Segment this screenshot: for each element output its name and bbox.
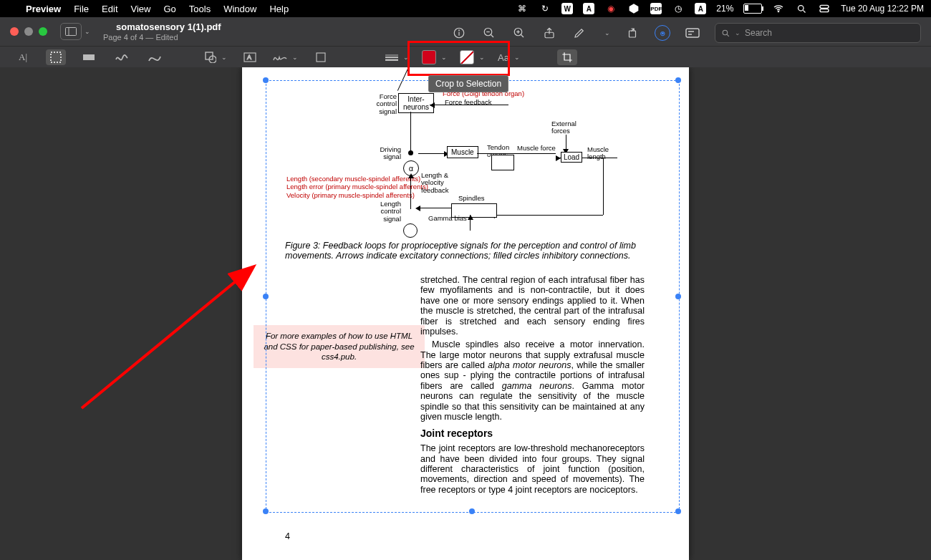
menu-window[interactable]: Window: [223, 4, 256, 14]
box-tendon: [491, 155, 514, 170]
svg-rect-2: [820, 5, 829, 8]
search-placeholder: Search: [745, 28, 772, 38]
handle-bm[interactable]: [469, 508, 475, 514]
label-len-control: Lengthcontrolsignal: [370, 201, 401, 223]
font-label: Aa: [498, 52, 509, 63]
zoom-button[interactable]: [39, 27, 47, 36]
svg-point-0: [778, 11, 779, 11]
paragraph-1: stretched. The central region of each in…: [420, 275, 645, 337]
shapes-tool[interactable]: ⌄: [205, 52, 227, 63]
label-driving: Drivingsignal: [370, 146, 401, 161]
form-icon[interactable]: [685, 25, 700, 41]
svg-rect-3: [820, 9, 829, 12]
macos-menubar: Preview File Edit View Go Tools Window H…: [0, 0, 931, 17]
menu-view[interactable]: View: [131, 4, 151, 14]
note-tool[interactable]: [311, 49, 331, 65]
handle-tl[interactable]: [263, 77, 269, 83]
handle-ml[interactable]: [263, 294, 269, 299]
svg-rect-15: [629, 31, 636, 37]
annotation-arrow: [77, 261, 264, 418]
document-area: Forcecontrolsignal Inter-neurons Force (…: [0, 67, 931, 560]
battery-pct[interactable]: 21%: [716, 4, 733, 14]
share-icon[interactable]: [541, 25, 557, 41]
sign-tool[interactable]: ⌄: [273, 53, 298, 62]
label-muscle-force: Muscle force: [517, 145, 556, 152]
menubar-clock[interactable]: Tue 20 Aug 12:22 PM: [841, 4, 924, 14]
close-button[interactable]: [10, 27, 19, 36]
menu-go[interactable]: Go: [163, 4, 175, 14]
rect-select-tool[interactable]: [46, 49, 66, 65]
document-title: somatosensory 1(1).pdf: [116, 21, 221, 32]
sidebar-toggle[interactable]: [60, 23, 82, 40]
textbox-tool[interactable]: A: [240, 49, 260, 65]
handle-mr[interactable]: [675, 294, 681, 299]
crop-tool[interactable]: [557, 49, 577, 65]
fill-color-tool[interactable]: ⌄: [460, 50, 485, 64]
zoom-out-icon[interactable]: [481, 25, 497, 41]
sidebar-chevron-icon[interactable]: ⌄: [85, 28, 90, 35]
app-badge-w[interactable]: W: [561, 3, 573, 14]
svg-rect-19: [83, 54, 95, 60]
label-external: Externalforces: [551, 120, 577, 135]
redact-tool[interactable]: [79, 49, 99, 65]
app-badge-a2[interactable]: A: [695, 3, 706, 14]
label-aff2: Length error (primary muscle-spindel aff…: [286, 183, 401, 190]
stroke-color-tool[interactable]: ⌄: [422, 50, 447, 64]
record-icon[interactable]: ◉: [604, 2, 617, 15]
svg-rect-18: [51, 52, 61, 62]
app-name[interactable]: Preview: [26, 4, 61, 14]
text-select-tool[interactable]: A|: [13, 49, 33, 65]
rotate-icon[interactable]: [624, 25, 640, 41]
timemachine-icon[interactable]: ◷: [672, 2, 685, 15]
handle-br[interactable]: [675, 508, 681, 514]
accessibility-icon[interactable]: ⍟: [655, 25, 670, 41]
label-aff1: Length (secondary muscle-spindel afferen…: [286, 175, 401, 183]
box-muscle: Muscle: [447, 146, 478, 158]
svg-point-17: [723, 30, 728, 35]
sync-icon[interactable]: ↻: [539, 2, 551, 15]
figure-caption: Figure 3: Feedback loops for propriocept…: [285, 241, 657, 261]
handle-bl[interactable]: [263, 508, 269, 514]
svg-point-8: [459, 30, 460, 31]
window-controls[interactable]: [10, 27, 47, 36]
svg-rect-4: [66, 28, 77, 36]
body-text: stretched. The central region of each in…: [420, 275, 645, 498]
handle-tr[interactable]: [675, 77, 681, 83]
menu-edit[interactable]: Edit: [102, 4, 117, 14]
label-spindles: Spindles: [458, 195, 484, 202]
minimize-button[interactable]: [24, 27, 33, 36]
markup-chevron-icon[interactable]: ⌄: [604, 29, 610, 37]
diagram-figure: Forcecontrolsignal Inter-neurons Force (…: [278, 74, 672, 239]
pdf-badge[interactable]: PDF: [650, 3, 662, 14]
menu-file[interactable]: File: [74, 4, 89, 14]
menu-help[interactable]: Help: [269, 4, 289, 14]
svg-rect-24: [317, 53, 325, 62]
border-style-tool[interactable]: ⌄: [385, 54, 409, 61]
search-input[interactable]: ⌄ Search: [715, 23, 921, 43]
label-aff3: Velocity (primary muscle-spindel afferen…: [286, 191, 401, 199]
crop-tooltip: Crop to Selection: [428, 75, 508, 92]
markup-toolbar: A| ⌄ A ⌄ ⌄ ⌄ ⌄ Aa⌄: [0, 46, 931, 68]
search-icon: [721, 29, 730, 38]
menu-extra-icon[interactable]: ⌘: [516, 2, 529, 15]
svg-point-1: [798, 5, 804, 11]
font-tool[interactable]: Aa⌄: [498, 52, 520, 63]
pdf-page[interactable]: Forcecontrolsignal Inter-neurons Force (…: [242, 67, 689, 560]
info-icon[interactable]: [451, 25, 467, 41]
paragraph-2: Muscle spindles also receive a motor inn…: [420, 339, 645, 422]
zoom-in-icon[interactable]: [511, 25, 527, 41]
control-center-icon[interactable]: [818, 2, 831, 15]
malware-icon[interactable]: [627, 2, 640, 15]
label-lv-feedback: Length &velocityfeedback: [421, 172, 449, 194]
spotlight-icon[interactable]: [795, 2, 808, 15]
app-badge-a[interactable]: A: [583, 3, 594, 14]
sketch-tool[interactable]: [112, 49, 132, 65]
svg-line-28: [82, 268, 252, 408]
markup-icon[interactable]: [571, 25, 587, 41]
battery-icon[interactable]: [743, 4, 762, 14]
draw-tool[interactable]: [145, 49, 165, 65]
subheading-joint-receptors: Joint receptors: [420, 428, 645, 439]
paragraph-3: The joint receptors are low-threshold me…: [420, 443, 645, 495]
wifi-icon[interactable]: [772, 2, 785, 15]
menu-tools[interactable]: Tools: [189, 4, 211, 14]
